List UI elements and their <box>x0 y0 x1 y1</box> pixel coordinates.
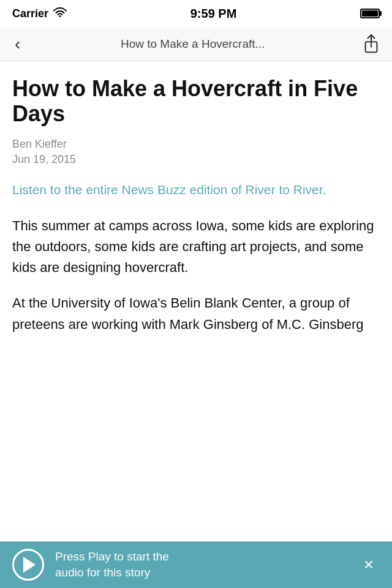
play-button[interactable] <box>12 549 44 581</box>
article-title: How to Make a Hovercraft in Five Days <box>12 76 380 127</box>
article-date: Jun 19, 2015 <box>12 153 380 166</box>
article-body: This summer at camps across Iowa, some k… <box>12 216 380 334</box>
audio-text: Press Play to start the audio for this s… <box>55 549 347 580</box>
status-time: 9:59 PM <box>67 7 360 21</box>
close-button[interactable]: × <box>358 554 380 576</box>
play-icon <box>23 557 36 573</box>
body-paragraph-1: This summer at camps across Iowa, some k… <box>12 216 380 278</box>
status-right <box>360 9 380 18</box>
back-button[interactable]: ‹ <box>10 33 25 55</box>
article-content: How to Make a Hovercraft in Five Days Be… <box>0 61 392 541</box>
wifi-icon <box>53 7 67 20</box>
share-button[interactable] <box>360 33 382 55</box>
status-left: Carrier <box>12 7 67 20</box>
body-paragraph-2: At the University of Iowa's Belin Blank … <box>12 293 380 334</box>
audio-player-bar: Press Play to start the audio for this s… <box>0 541 392 588</box>
nav-title: How to Make a Hovercraft... <box>25 37 360 51</box>
status-bar: Carrier 9:59 PM <box>0 0 392 27</box>
audio-text-line2: audio for this story <box>55 566 150 579</box>
battery-icon <box>360 9 380 18</box>
audio-text-line1: Press Play to start the <box>55 550 169 563</box>
article-author: Ben Kieffer <box>12 138 380 151</box>
article-link[interactable]: Listen to the entire News Buzz edition o… <box>12 181 380 198</box>
carrier-label: Carrier <box>12 7 48 20</box>
navigation-bar: ‹ How to Make a Hovercraft... <box>0 27 392 61</box>
